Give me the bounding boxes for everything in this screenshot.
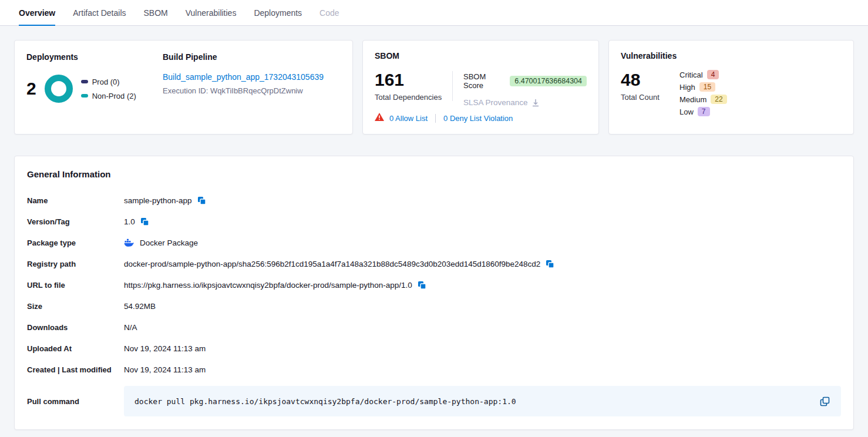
sbom-score-row: SBOM Score 6.470017636684304 bbox=[463, 72, 587, 90]
severity-low-label: Low bbox=[679, 107, 694, 116]
sbom-total-count: 161 bbox=[375, 70, 452, 89]
created-modified-value: Nov 19, 2024 11:13 am bbox=[124, 365, 206, 374]
package-type-label: Package type bbox=[27, 238, 124, 247]
info-row-registry-path: Registry path docker-prod/sample-python-… bbox=[27, 253, 841, 274]
page-content: Deployments 2 Prod (0) Non-Prod (2) bbox=[0, 26, 868, 437]
severity-high-label: High bbox=[679, 83, 695, 92]
version-label: Version/Tag bbox=[27, 217, 124, 226]
info-row-pull-command: Pull command docker pull pkg.harness.io/… bbox=[27, 386, 841, 416]
tab-artifact-details[interactable]: Artifact Details bbox=[73, 0, 126, 25]
deployments-donut-chart bbox=[45, 75, 73, 103]
downloads-label: Downloads bbox=[27, 323, 124, 332]
deployments-count: 2 bbox=[26, 79, 36, 99]
deployments-title: Deployments bbox=[26, 52, 163, 62]
pull-command-label: Pull command bbox=[27, 397, 124, 406]
slsa-provenance-row: SLSA Provenance bbox=[463, 98, 587, 107]
prod-legend-dot bbox=[81, 80, 88, 83]
sbom-score-badge: 6.470017636684304 bbox=[510, 76, 587, 86]
build-pipeline-title: Build Pipeline bbox=[163, 52, 341, 62]
tab-code: Code bbox=[319, 0, 339, 25]
severity-medium-label: Medium bbox=[679, 95, 706, 104]
sbom-policy-row: 0 Allow List 0 Deny List Violation bbox=[375, 113, 587, 123]
info-row-version: Version/Tag 1.0 bbox=[27, 211, 841, 232]
info-row-uploaded-at: Uploaded At Nov 19, 2024 11:13 am bbox=[27, 338, 841, 359]
registry-path-value: docker-prod/sample-python-app/sha256:596… bbox=[124, 260, 540, 268]
version-value: 1.0 bbox=[124, 217, 135, 226]
deployments-stats: 2 Prod (0) Non-Prod (2) bbox=[26, 75, 163, 103]
deployments-legend: Prod (0) Non-Prod (2) bbox=[81, 78, 136, 100]
legend-item-prod: Prod (0) bbox=[81, 78, 136, 86]
deployments-card: Deployments 2 Prod (0) Non-Prod (2) bbox=[14, 40, 353, 135]
sbom-divider bbox=[452, 71, 453, 101]
severity-row-medium: Medium 22 bbox=[679, 95, 727, 104]
info-row-package-type: Package type Docker Package bbox=[27, 232, 841, 253]
build-pipeline-section: Build Pipeline Build_sample_python_app_1… bbox=[163, 52, 341, 122]
url-label: URL to file bbox=[27, 281, 124, 290]
build-pipeline-link[interactable]: Build_sample_python_app_1732043105639 bbox=[163, 72, 324, 82]
vulnerabilities-title: Vulnerabilities bbox=[621, 51, 842, 60]
copy-registry-path-button[interactable] bbox=[545, 259, 555, 269]
name-value: sample-python-app bbox=[124, 196, 192, 205]
vulnerabilities-totals: 48 Total Count bbox=[621, 70, 679, 116]
info-row-name: Name sample-python-app bbox=[27, 190, 841, 211]
sbom-totals: 161 Total Dependencies bbox=[375, 70, 452, 107]
policy-divider bbox=[435, 114, 436, 123]
size-value: 54.92MB bbox=[124, 302, 156, 311]
prod-legend-label: Prod (0) bbox=[92, 78, 120, 86]
name-label: Name bbox=[27, 196, 124, 205]
warning-icon bbox=[375, 113, 384, 123]
severity-row-high: High 15 bbox=[679, 82, 727, 92]
copy-version-button[interactable] bbox=[140, 217, 150, 227]
docker-icon bbox=[124, 238, 134, 247]
sbom-title: SBOM bbox=[375, 51, 587, 60]
nonprod-legend-label: Non-Prod (2) bbox=[92, 92, 136, 100]
tab-vulnerabilities[interactable]: Vulnerabilities bbox=[186, 0, 237, 25]
size-label: Size bbox=[27, 302, 124, 311]
pull-command-text: docker pull pkg.harness.io/ikpsjoavtcwxn… bbox=[134, 397, 819, 406]
summary-cards-row: Deployments 2 Prod (0) Non-Prod (2) bbox=[14, 40, 854, 135]
copy-pull-command-button[interactable] bbox=[819, 396, 830, 407]
uploaded-at-label: Uploaded At bbox=[27, 344, 124, 353]
sbom-card: SBOM 161 Total Dependencies SBOM Score 6… bbox=[362, 40, 599, 135]
vulnerabilities-total-label: Total Count bbox=[621, 93, 679, 102]
sbom-body: 161 Total Dependencies SBOM Score 6.4700… bbox=[375, 70, 587, 107]
severity-row-low: Low 7 bbox=[679, 107, 727, 116]
info-row-size: Size 54.92MB bbox=[27, 295, 841, 317]
tab-bar: Overview Artifact Details SBOM Vulnerabi… bbox=[0, 0, 868, 26]
info-row-downloads: Downloads N/A bbox=[27, 317, 841, 338]
allow-list-link[interactable]: 0 Allow List bbox=[389, 114, 428, 123]
sbom-score-section: SBOM Score 6.470017636684304 SLSA Proven… bbox=[463, 70, 587, 107]
tab-deployments[interactable]: Deployments bbox=[254, 0, 302, 25]
pull-command-block: docker pull pkg.harness.io/ikpsjoavtcwxn… bbox=[124, 386, 841, 416]
deployments-section: Deployments 2 Prod (0) Non-Prod (2) bbox=[26, 52, 163, 122]
sbom-score-label: SBOM Score bbox=[463, 72, 505, 90]
tab-overview[interactable]: Overview bbox=[19, 0, 55, 25]
registry-path-label: Registry path bbox=[27, 260, 124, 268]
created-modified-label: Created | Last modified bbox=[27, 365, 124, 374]
slsa-provenance-label: SLSA Provenance bbox=[463, 98, 528, 107]
copy-name-button[interactable] bbox=[197, 196, 207, 206]
deny-list-link[interactable]: 0 Deny List Violation bbox=[443, 114, 513, 123]
copy-url-button[interactable] bbox=[417, 280, 427, 290]
general-information-title: General Information bbox=[27, 169, 841, 179]
downloads-value: N/A bbox=[124, 323, 137, 332]
severity-critical-label: Critical bbox=[679, 70, 703, 79]
severity-medium-count: 22 bbox=[711, 95, 726, 104]
severity-low-count: 7 bbox=[698, 107, 710, 116]
severity-high-count: 15 bbox=[699, 82, 715, 92]
legend-item-nonprod: Non-Prod (2) bbox=[81, 92, 136, 100]
vulnerabilities-body: 48 Total Count Critical 4 High 15 Medium… bbox=[621, 70, 842, 116]
url-value: https://pkg.harness.io/ikpsjoavtcwxnqisy… bbox=[124, 281, 412, 290]
nonprod-legend-dot bbox=[81, 94, 88, 98]
info-row-created-modified: Created | Last modified Nov 19, 2024 11:… bbox=[27, 359, 841, 380]
general-information-card: General Information Name sample-python-a… bbox=[14, 156, 854, 430]
download-icon bbox=[531, 99, 540, 107]
severity-critical-count: 4 bbox=[707, 70, 719, 79]
vulnerabilities-total-count: 48 bbox=[621, 70, 679, 89]
package-type-value: Docker Package bbox=[140, 238, 198, 247]
severity-row-critical: Critical 4 bbox=[679, 70, 727, 79]
sbom-total-label: Total Dependencies bbox=[375, 93, 452, 102]
uploaded-at-value: Nov 19, 2024 11:13 am bbox=[124, 344, 206, 353]
tab-sbom[interactable]: SBOM bbox=[144, 0, 168, 25]
vulnerabilities-card: Vulnerabilities 48 Total Count Critical … bbox=[608, 40, 854, 135]
